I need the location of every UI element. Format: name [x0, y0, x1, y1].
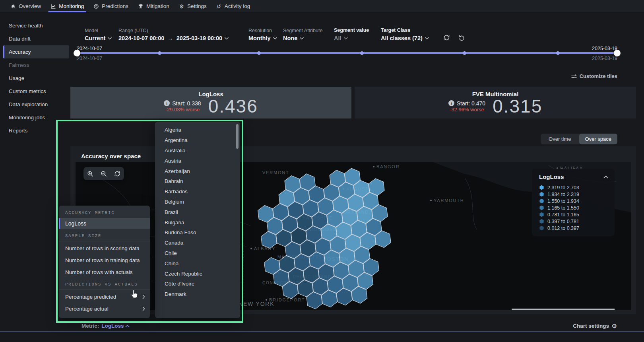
chevron-down-icon: [273, 37, 277, 40]
chevron-down-icon: [300, 37, 304, 40]
legend-entry: 1.165 to 1.550: [539, 204, 615, 211]
country-option-burkina-faso[interactable]: Burkina Faso: [155, 227, 240, 238]
menu-item-percentage-actual[interactable]: Percentage actual: [59, 303, 150, 314]
country-option-algeria[interactable]: Algeria: [155, 125, 240, 135]
menu-item-label: LogLoss: [65, 220, 86, 227]
map-place-label: BANGOR: [373, 164, 400, 169]
sidebar-item-service-health[interactable]: Service health: [0, 19, 72, 32]
menu-item-number-of-rows-in-training-data[interactable]: Number of rows in training data: [59, 255, 150, 265]
legend-entry: 2.319 to 2.703: [539, 184, 615, 191]
toggle-over-space[interactable]: Over space: [579, 134, 618, 144]
country-option-austria[interactable]: Austria: [155, 155, 240, 166]
resolution-control: Resolution Monthly: [248, 28, 277, 41]
country-option-canada[interactable]: Canada: [155, 238, 240, 248]
legend-range-label: 1.550 to 1.934: [547, 198, 579, 204]
country-option-brazil[interactable]: Brazil: [155, 207, 240, 217]
reset-zoom-button[interactable]: [114, 171, 120, 177]
hand-cursor-icon: [130, 289, 139, 299]
app-root: OverviewMonitoringPredictionsMitigation⚙…: [0, 0, 644, 342]
customize-tiles-button[interactable]: Customize tiles: [571, 73, 617, 79]
timeline-handle-end[interactable]: [614, 50, 621, 56]
sidebar-item-reports[interactable]: Reports: [0, 124, 72, 137]
sidebar-item-custom-metrics[interactable]: Custom metrics: [0, 85, 72, 98]
legend-range-label: 0.781 to 1.165: [547, 212, 579, 218]
menu-item-number-of-rows-in-scoring-data[interactable]: Number of rows in scoring data: [59, 243, 150, 253]
legend-entry: 1.934 to 2.319: [539, 191, 615, 198]
timeline-handle-start[interactable]: [74, 50, 80, 56]
country-option-chile[interactable]: Chile: [155, 248, 240, 258]
gear-icon: ⚙: [611, 323, 617, 329]
map-place-label: CONCORD: [306, 227, 337, 232]
chevron-down-icon: [225, 37, 229, 40]
country-option-bulgaria[interactable]: Bulgaria: [155, 217, 240, 227]
metric-tile-fve-multinomial[interactable]: FVE Multinomial iStart: 0.470 -32.96% wo…: [355, 87, 636, 119]
timeline-start-sublabel: 2024-10-07: [77, 56, 102, 61]
chevron-right-icon: [142, 295, 145, 299]
zoom-in-button[interactable]: [87, 171, 93, 177]
nav-item-settings[interactable]: ⚙Settings: [174, 0, 211, 12]
country-option-belgium[interactable]: Belgium: [155, 197, 240, 207]
toggle-over-time[interactable]: Over time: [541, 134, 579, 144]
resolution-select[interactable]: Monthly: [248, 35, 277, 41]
map-place-label: NEW YORK: [239, 301, 274, 307]
menu-item-number-of-rows-with-actuals[interactable]: Number of rows with actuals: [59, 267, 150, 277]
segment-attribute-label: Segment Attribute: [283, 28, 322, 33]
legend-range-label: 0.012 to 0.397: [547, 225, 579, 231]
country-option-c-te-d-ivoire[interactable]: Côte d'Ivoire: [155, 279, 240, 289]
country-option-denmark[interactable]: Denmark: [155, 289, 240, 299]
segment-value-select[interactable]: All: [334, 35, 369, 41]
chevron-right-icon: [142, 307, 145, 311]
space-panel-title: Accuracy over space: [81, 153, 141, 159]
nav-item-mitigation[interactable]: Mitigation: [133, 0, 174, 12]
sidebar-item-usage[interactable]: Usage: [0, 72, 72, 85]
legend-collapse-button[interactable]: [603, 175, 608, 179]
target-class-select[interactable]: All classes (72): [381, 35, 429, 41]
zoom-out-button[interactable]: [101, 171, 107, 177]
menu-item-logloss[interactable]: LogLoss: [59, 218, 150, 229]
chevron-down-icon: [108, 37, 112, 40]
metric-tile-logloss[interactable]: LogLoss iStart: 0.338 -29.03% worse 0.43…: [70, 87, 351, 119]
legend-entry: 1.550 to 1.934: [539, 198, 615, 204]
model-select[interactable]: Current: [85, 35, 112, 41]
nav-item-label: Overview: [19, 3, 41, 9]
footer-metric: Metric: LogLoss: [81, 323, 130, 329]
country-scrollbar-thumb[interactable]: [236, 124, 239, 149]
hexagon-icon: [539, 225, 544, 231]
sidebar-item-fairness[interactable]: Fairness: [0, 58, 72, 72]
country-option-bahrain[interactable]: Bahrain: [155, 176, 240, 187]
nav-item-activity-log[interactable]: ↺Activity log: [211, 0, 255, 12]
country-option-czech-republic[interactable]: Czech Republic: [155, 268, 240, 279]
map-place-label: BOSTON: [323, 256, 349, 262]
accuracy-metric-menu: ACCURACY METRICLogLossSAMPLE SIZENumber …: [59, 206, 150, 318]
sidebar-item-accuracy[interactable]: Accuracy: [3, 45, 69, 58]
sidebar-item-monitoring-jobs[interactable]: Monitoring jobs: [0, 111, 72, 124]
nav-item-overview[interactable]: Overview: [6, 0, 46, 12]
top-nav: OverviewMonitoringPredictionsMitigation⚙…: [0, 0, 644, 13]
segment-attribute-select[interactable]: None: [283, 35, 322, 41]
chart-settings-button[interactable]: Chart settings ⚙: [573, 323, 617, 329]
country-option-argentina[interactable]: Argentina: [155, 135, 240, 146]
range-select[interactable]: 2024-10-07 00:00→2025-03-19 00:00: [118, 35, 229, 41]
sidebar-item-data-drift[interactable]: Data drift: [0, 32, 72, 45]
map-attribution: © OpenMapTiles © OpenStreetMap contribut…: [512, 309, 615, 310]
menu-section-header: PREDICTIONS VS ACTUALS: [59, 277, 150, 290]
sidebar-item-data-exploration[interactable]: Data exploration: [0, 98, 72, 111]
hexagon-icon: [539, 198, 544, 204]
tile-delta: -29.03% worse: [165, 107, 200, 113]
country-option-australia[interactable]: Australia: [155, 146, 240, 156]
legend-range-label: 1.165 to 1.550: [547, 205, 579, 211]
trophy-icon: [138, 4, 144, 9]
country-option-barbados[interactable]: Barbados: [155, 187, 240, 197]
menu-item-label: Percentage predicted: [65, 294, 116, 300]
reset-button[interactable]: [458, 34, 465, 41]
nav-item-predictions[interactable]: Predictions: [89, 0, 133, 12]
country-option-azerbaijan[interactable]: Azerbaijan: [155, 166, 240, 176]
refresh-button[interactable]: [443, 34, 450, 41]
nav-item-monitoring[interactable]: Monitoring: [46, 0, 89, 12]
timeline-track[interactable]: [77, 52, 617, 54]
metric-link[interactable]: LogLoss: [101, 323, 129, 329]
map-place-label: RHODE ISLAND: [293, 275, 332, 279]
legend-entry: 0.781 to 1.165: [539, 211, 615, 218]
country-option-china[interactable]: China: [155, 258, 240, 268]
map-place-label: AUGUSTA: [343, 187, 372, 191]
